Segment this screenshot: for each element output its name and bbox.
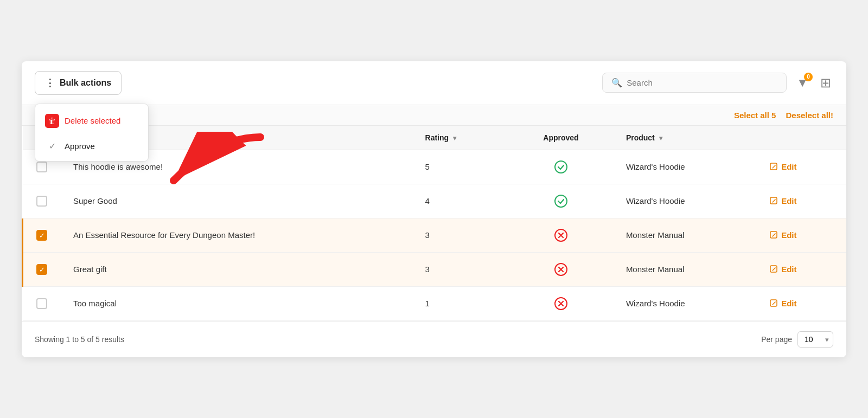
product-header-label: Product — [626, 133, 655, 142]
toolbar-left: ⋮ Bulk actions 🗑 Delete selected ✓ Appro… — [35, 71, 122, 95]
checkbox-cell — [23, 218, 61, 252]
columns-icon: ⊞ — [820, 75, 831, 90]
delete-selected-label: Delete selected — [65, 116, 120, 125]
filter-button[interactable]: ▼ 0 — [794, 74, 810, 92]
checkmark-icon: ✓ — [45, 141, 59, 151]
showing-text: Showing 1 to 5 of 5 results — [35, 335, 124, 344]
row-checkbox[interactable] — [36, 162, 47, 172]
row-approved — [509, 150, 613, 184]
rating-sort-icon[interactable]: ▾ — [453, 134, 456, 142]
row-product: Wizard's Hoodie — [613, 150, 757, 184]
filter-badge: 0 — [804, 73, 813, 81]
svg-point-2 — [555, 195, 567, 207]
row-approved — [509, 218, 613, 252]
table-row: Super Good4 Wizard's Hoodie Edit — [23, 184, 847, 218]
table-row: Great gift3 Monster Manual Edit — [23, 252, 847, 286]
edit-icon — [770, 163, 778, 171]
row-product: Wizard's Hoodie — [613, 184, 757, 218]
toolbar: ⋮ Bulk actions 🗑 Delete selected ✓ Appro… — [22, 61, 846, 105]
rating-header-label: Rating — [425, 133, 449, 142]
search-input[interactable] — [627, 78, 777, 87]
dots-icon: ⋮ — [45, 77, 55, 89]
deselect-all-button[interactable]: Deselect all! — [786, 111, 833, 120]
checkbox-cell — [23, 184, 61, 218]
search-icon: 🔍 — [611, 78, 622, 88]
checkbox-cell — [23, 286, 61, 320]
bulk-actions-dropdown: 🗑 Delete selected ✓ Approve — [35, 104, 149, 162]
edit-icon — [770, 231, 778, 240]
per-page-select[interactable]: 102550100 — [797, 331, 833, 348]
row-title: An Essential Resource for Every Dungeon … — [60, 218, 412, 252]
header-approved-cell: Approved — [509, 126, 613, 150]
product-sort-icon[interactable]: ▾ — [659, 134, 662, 142]
row-edit-cell: Edit — [757, 252, 846, 286]
row-approved — [509, 286, 613, 320]
edit-icon — [770, 265, 778, 274]
row-checkbox[interactable] — [36, 264, 47, 275]
table-footer: Showing 1 to 5 of 5 results Per page 102… — [22, 321, 846, 357]
search-box: 🔍 — [602, 73, 787, 93]
row-checkbox[interactable] — [36, 196, 47, 207]
row-rating: 4 — [412, 184, 509, 218]
row-approved — [509, 184, 613, 218]
row-checkbox[interactable] — [36, 230, 47, 241]
row-title: Too magical — [60, 286, 412, 320]
edit-icon — [770, 299, 778, 308]
delete-selected-item[interactable]: 🗑 Delete selected — [35, 107, 148, 134]
approve-item[interactable]: ✓ Approve — [35, 134, 148, 158]
row-rating: 3 — [412, 252, 509, 286]
header-rating-cell: Rating ▾ — [412, 126, 509, 150]
header-actions-cell — [757, 126, 846, 150]
row-edit-cell: Edit — [757, 150, 846, 184]
row-edit-cell: Edit — [757, 286, 846, 320]
table-row: Too magical1 Wizard's Hoodie Edit — [23, 286, 847, 320]
row-product: Monster Manual — [613, 218, 757, 252]
row-title: Great gift — [60, 252, 412, 286]
row-checkbox[interactable] — [36, 298, 47, 309]
per-page-control: Per page 102550100 — [761, 331, 833, 348]
per-page-wrapper: 102550100 — [797, 331, 833, 348]
table-row: An Essential Resource for Every Dungeon … — [23, 218, 847, 252]
toolbar-right: 🔍 ▼ 0 ⊞ — [602, 73, 833, 93]
row-rating: 5 — [412, 150, 509, 184]
row-edit-cell: Edit — [757, 218, 846, 252]
approved-no-icon — [522, 228, 600, 242]
bulk-actions-button[interactable]: ⋮ Bulk actions — [35, 71, 122, 95]
edit-button[interactable]: Edit — [770, 162, 833, 171]
main-container: ⋮ Bulk actions 🗑 Delete selected ✓ Appro… — [22, 61, 846, 357]
approved-no-icon — [522, 297, 600, 311]
trash-icon: 🗑 — [45, 114, 59, 128]
row-rating: 3 — [412, 218, 509, 252]
edit-button[interactable]: Edit — [770, 299, 833, 308]
row-product: Monster Manual — [613, 252, 757, 286]
row-rating: 1 — [412, 286, 509, 320]
svg-point-0 — [555, 161, 567, 173]
row-approved — [509, 252, 613, 286]
checkbox-cell — [23, 252, 61, 286]
edit-button[interactable]: Edit — [770, 196, 833, 205]
edit-icon — [770, 197, 778, 205]
approved-yes-icon — [522, 160, 600, 174]
edit-button[interactable]: Edit — [770, 265, 833, 274]
approved-yes-icon — [522, 194, 600, 208]
approve-label: Approve — [65, 142, 95, 151]
row-title: Super Good — [60, 184, 412, 218]
bulk-actions-label: Bulk actions — [60, 78, 111, 88]
select-all-button[interactable]: Select all 5 — [734, 111, 776, 120]
header-product-cell: Product ▾ — [613, 126, 757, 150]
approved-header-label: Approved — [543, 133, 578, 142]
per-page-label: Per page — [761, 335, 792, 344]
row-edit-cell: Edit — [757, 184, 846, 218]
row-product: Wizard's Hoodie — [613, 286, 757, 320]
columns-button[interactable]: ⊞ — [818, 73, 833, 93]
approved-no-icon — [522, 262, 600, 276]
edit-button[interactable]: Edit — [770, 230, 833, 240]
